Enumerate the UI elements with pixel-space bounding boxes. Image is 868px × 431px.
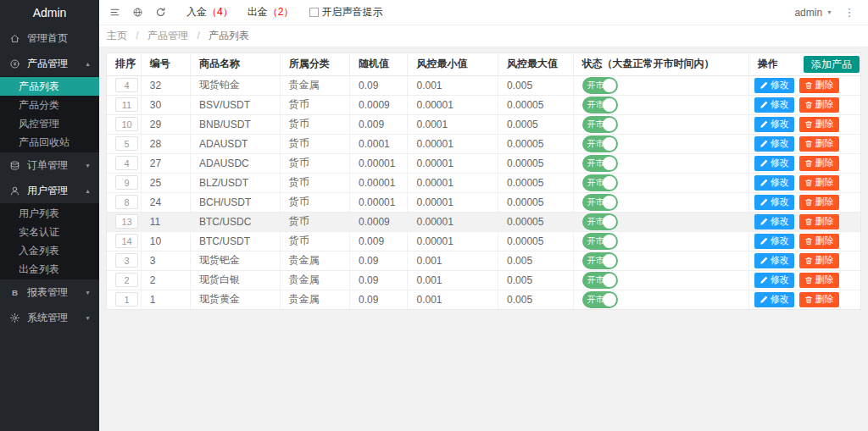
sound-alert-checkbox[interactable]: 开启声音提示: [309, 5, 382, 19]
delete-button[interactable]: 删除: [799, 214, 839, 229]
delete-button[interactable]: 删除: [799, 117, 839, 132]
sidebar-subitem[interactable]: 产品回收站: [0, 133, 99, 152]
edit-button[interactable]: 修改: [754, 273, 794, 288]
sidebar-subitem[interactable]: 产品分类: [0, 96, 99, 114]
delete-button[interactable]: 删除: [799, 175, 839, 191]
cell-risk-max: 0.00005: [498, 231, 573, 251]
cell-random: 0.0009: [350, 212, 408, 231]
sidebar-item-home[interactable]: 管理首页: [0, 25, 99, 51]
add-product-button[interactable]: 添加产品: [804, 56, 860, 73]
sidebar-subitem[interactable]: 出金列表: [0, 260, 99, 279]
edit-button[interactable]: 修改: [754, 78, 794, 93]
cell-random: 0.0001: [350, 134, 408, 153]
sort-input[interactable]: [115, 234, 138, 248]
sidebar-subitem[interactable]: 用户列表: [0, 204, 99, 223]
sort-input[interactable]: [115, 97, 138, 112]
user-dropdown[interactable]: admin ▼: [787, 7, 839, 19]
status-toggle[interactable]: 开市: [582, 77, 618, 94]
edit-button[interactable]: 修改: [754, 253, 794, 268]
status-toggle[interactable]: 开市: [582, 174, 618, 191]
caret-down-icon: ▼: [85, 315, 91, 321]
status-toggle[interactable]: 开市: [582, 135, 618, 152]
sidebar-subitem[interactable]: 风控管理: [0, 114, 99, 133]
cell-random: 0.009: [350, 231, 408, 251]
edit-button[interactable]: 修改: [754, 292, 794, 307]
checkbox-icon[interactable]: [309, 8, 319, 17]
app-title: Admin: [0, 0, 99, 25]
collapse-sidebar-icon[interactable]: [103, 0, 126, 25]
deposit-link[interactable]: 入金（4）: [186, 5, 233, 19]
cell-category: 贵金属: [280, 270, 349, 290]
trash-icon: [804, 159, 813, 168]
sort-input[interactable]: [115, 253, 138, 268]
cell-risk-min: 0.00001: [408, 192, 498, 212]
sort-input[interactable]: [115, 117, 138, 131]
status-toggle[interactable]: 开市: [582, 116, 618, 133]
status-toggle[interactable]: 开市: [582, 213, 618, 230]
status-toggle[interactable]: 开市: [582, 291, 618, 308]
cell-id: 11: [141, 212, 190, 231]
edit-button[interactable]: 修改: [754, 214, 794, 229]
edit-button[interactable]: 修改: [754, 136, 794, 152]
sort-input[interactable]: [115, 273, 138, 287]
more-menu-icon[interactable]: ⋮: [839, 6, 860, 19]
edit-button[interactable]: 修改: [754, 175, 794, 191]
sort-input[interactable]: [115, 292, 138, 307]
caret-down-icon: ▼: [85, 163, 91, 169]
col-sort: 排序: [107, 53, 141, 75]
edit-button[interactable]: 修改: [754, 117, 794, 132]
refresh-icon[interactable]: [149, 0, 172, 25]
status-toggle[interactable]: 开市: [582, 252, 618, 269]
product-icon: ¥: [9, 58, 20, 69]
sidebar-subitem[interactable]: 产品列表: [0, 77, 99, 96]
sort-input[interactable]: [115, 136, 138, 151]
sidebar-item-product[interactable]: ¥产品管理▲: [0, 51, 99, 76]
cell-id: 24: [141, 192, 190, 212]
status-toggle[interactable]: 开市: [582, 155, 618, 172]
cell-name: 现货黄金: [191, 290, 281, 309]
sort-input[interactable]: [115, 195, 138, 209]
globe-icon[interactable]: [126, 0, 149, 25]
status-toggle[interactable]: 开市: [582, 97, 618, 113]
sort-input[interactable]: [115, 175, 138, 190]
sidebar-subitem[interactable]: 实名认证: [0, 223, 99, 241]
sidebar-subitem[interactable]: 入金列表: [0, 241, 99, 260]
sidebar-menu: 管理首页¥产品管理▲产品列表产品分类风控管理产品回收站订单管理▼用户管理▲用户列…: [0, 25, 99, 330]
product-table-card: 排序 编号 商品名称 所属分类 随机值 风控最小值 风控最大值 状态（大盘正常开…: [106, 52, 861, 310]
withdraw-link[interactable]: 出金（2）: [248, 5, 294, 19]
cell-risk-min: 0.00001: [408, 173, 498, 192]
cell-category: 贵金属: [280, 75, 349, 95]
edit-button[interactable]: 修改: [754, 156, 794, 171]
sort-input[interactable]: [115, 214, 138, 229]
sidebar-item-order[interactable]: 订单管理▼: [0, 152, 99, 178]
delete-button[interactable]: 删除: [799, 234, 839, 249]
cell-name: ADAUSDC: [191, 153, 281, 173]
status-toggle[interactable]: 开市: [582, 194, 618, 211]
sidebar-item-system[interactable]: 系统管理▼: [0, 305, 99, 330]
status-toggle[interactable]: 开市: [582, 272, 618, 289]
sort-input[interactable]: [115, 156, 138, 170]
home-icon: [9, 33, 20, 44]
delete-button[interactable]: 删除: [799, 195, 839, 210]
delete-button[interactable]: 删除: [799, 97, 839, 113]
delete-button[interactable]: 删除: [799, 253, 839, 268]
table-header-row: 排序 编号 商品名称 所属分类 随机值 风控最小值 风控最大值 状态（大盘正常开…: [107, 53, 860, 75]
delete-button[interactable]: 删除: [799, 136, 839, 152]
delete-button[interactable]: 删除: [799, 292, 839, 307]
toggle-knob: [603, 137, 616, 151]
pencil-icon: [760, 218, 768, 226]
breadcrumb-product-mgmt[interactable]: 产品管理: [147, 30, 188, 41]
edit-button[interactable]: 修改: [754, 234, 794, 249]
breadcrumb-home[interactable]: 主页: [107, 30, 127, 41]
sidebar-item-report[interactable]: B报表管理▼: [0, 279, 99, 305]
sort-input[interactable]: [115, 78, 138, 92]
breadcrumb: 主页 / 产品管理 / 产品列表: [99, 25, 868, 47]
sidebar-item-user[interactable]: 用户管理▲: [0, 178, 99, 203]
delete-button[interactable]: 删除: [799, 78, 839, 93]
delete-button[interactable]: 删除: [799, 273, 839, 288]
edit-button[interactable]: 修改: [754, 97, 794, 113]
toggle-knob: [603, 215, 616, 229]
edit-button[interactable]: 修改: [754, 195, 794, 210]
status-toggle[interactable]: 开市: [582, 233, 618, 250]
delete-button[interactable]: 删除: [799, 156, 839, 171]
